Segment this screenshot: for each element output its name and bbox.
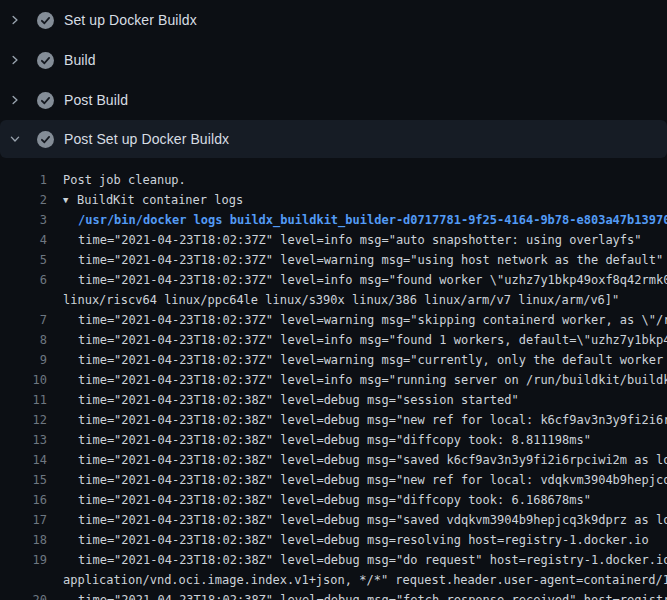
log-line-text: time="2021-04-23T18:02:37Z" level=info m… <box>78 230 642 250</box>
line-number[interactable] <box>0 570 47 590</box>
line-number[interactable]: 20 <box>0 590 47 600</box>
log-line-text: time="2021-04-23T18:02:38Z" level=debug … <box>78 450 667 470</box>
line-number[interactable]: 1 <box>0 170 47 190</box>
log-line-text: Post job cleanup. <box>63 170 186 190</box>
log-line: 1 Post job cleanup. <box>0 170 667 190</box>
line-number[interactable]: 11 <box>0 390 47 410</box>
step-label: Build <box>64 52 96 68</box>
log-line: 17 time="2021-04-23T18:02:38Z" level=deb… <box>0 510 667 530</box>
line-number[interactable]: 7 <box>0 310 47 330</box>
log-area: 1 Post job cleanup. 2 ▼ BuildKit contain… <box>0 158 667 600</box>
group-caret-icon[interactable]: ▼ <box>63 190 77 210</box>
line-number[interactable]: 4 <box>0 230 47 250</box>
chevron-right-icon <box>9 14 21 26</box>
chevron-down-icon <box>9 133 21 145</box>
step-row-set-up-docker-buildx[interactable]: Set up Docker Buildx <box>0 0 667 40</box>
line-number[interactable]: 18 <box>0 530 47 550</box>
chevron-right-icon <box>9 54 21 66</box>
log-line-text: time="2021-04-23T18:02:38Z" level=debug … <box>78 470 667 490</box>
step-row-post-set-up-docker-buildx[interactable]: Post Set up Docker Buildx <box>0 120 667 158</box>
line-number[interactable]: 19 <box>0 550 47 570</box>
log-line: 14 time="2021-04-23T18:02:38Z" level=deb… <box>0 450 667 470</box>
log-line: 2 ▼ BuildKit container logs <box>0 190 667 210</box>
step-label: Post Set up Docker Buildx <box>64 131 229 147</box>
line-number[interactable] <box>0 290 47 310</box>
check-circle-icon <box>37 12 54 29</box>
step-label: Set up Docker Buildx <box>64 12 197 28</box>
log-line: 15 time="2021-04-23T18:02:38Z" level=deb… <box>0 470 667 490</box>
log-line-text: time="2021-04-23T18:02:38Z" level=debug … <box>78 390 519 410</box>
line-number[interactable]: 13 <box>0 430 47 450</box>
log-line: 4 time="2021-04-23T18:02:37Z" level=info… <box>0 230 667 250</box>
step-row-build[interactable]: Build <box>0 40 667 80</box>
log-line-text: /usr/bin/docker logs buildx_buildkit_bui… <box>78 210 667 230</box>
log-line-text: time="2021-04-23T18:02:38Z" level=debug … <box>78 550 667 570</box>
check-circle-icon <box>37 52 54 69</box>
line-number[interactable]: 3 <box>0 210 47 230</box>
log-line-text: time="2021-04-23T18:02:38Z" level=debug … <box>78 490 591 510</box>
log-line-text: time="2021-04-23T18:02:38Z" level=debug … <box>78 430 591 450</box>
line-number[interactable]: 16 <box>0 490 47 510</box>
log-line: 12 time="2021-04-23T18:02:38Z" level=deb… <box>0 410 667 430</box>
log-line: 13 time="2021-04-23T18:02:38Z" level=deb… <box>0 430 667 450</box>
log-line: 20 time="2021-04-23T18:02:38Z" level=deb… <box>0 590 667 600</box>
log-line-text[interactable]: BuildKit container logs <box>77 190 243 210</box>
log-line: application/vnd.oci.image.index.v1+json,… <box>0 570 667 590</box>
log-line: 3 /usr/bin/docker logs buildx_buildkit_b… <box>0 210 667 230</box>
line-number[interactable]: 12 <box>0 410 47 430</box>
line-number[interactable]: 14 <box>0 450 47 470</box>
log-line: 10 time="2021-04-23T18:02:37Z" level=inf… <box>0 370 667 390</box>
log-line: 5 time="2021-04-23T18:02:37Z" level=warn… <box>0 250 667 270</box>
line-number[interactable]: 8 <box>0 330 47 350</box>
check-circle-icon <box>37 131 54 148</box>
line-number[interactable]: 15 <box>0 470 47 490</box>
step-label: Post Build <box>64 92 128 108</box>
log-line-text: time="2021-04-23T18:02:38Z" level=debug … <box>78 590 667 600</box>
chevron-right-icon <box>9 94 21 106</box>
line-number[interactable]: 2 <box>0 190 47 210</box>
log-line: 19 time="2021-04-23T18:02:38Z" level=deb… <box>0 550 667 570</box>
log-line-text: application/vnd.oci.image.index.v1+json,… <box>63 570 667 590</box>
steps-list: Set up Docker Buildx Build <box>0 0 667 158</box>
log-line-text: time="2021-04-23T18:02:37Z" level=warnin… <box>78 350 667 370</box>
log-line-text: time="2021-04-23T18:02:37Z" level=warnin… <box>78 250 663 270</box>
log-line: 18 time="2021-04-23T18:02:38Z" level=deb… <box>0 530 667 550</box>
line-number[interactable]: 6 <box>0 270 47 290</box>
log-line-text: time="2021-04-23T18:02:38Z" level=debug … <box>78 510 667 530</box>
log-line-text: time="2021-04-23T18:02:38Z" level=debug … <box>78 410 667 430</box>
log-line: 7 time="2021-04-23T18:02:37Z" level=warn… <box>0 310 667 330</box>
log-line-text: time="2021-04-23T18:02:37Z" level=info m… <box>78 270 667 290</box>
log-line: linux/riscv64 linux/ppc64le linux/s390x … <box>0 290 667 310</box>
log-line-text: time="2021-04-23T18:02:37Z" level=info m… <box>78 370 667 390</box>
line-number[interactable]: 17 <box>0 510 47 530</box>
line-number[interactable]: 10 <box>0 370 47 390</box>
log-line-text: time="2021-04-23T18:02:38Z" level=debug … <box>78 530 649 550</box>
log-line: 8 time="2021-04-23T18:02:37Z" level=info… <box>0 330 667 350</box>
log-line: 6 time="2021-04-23T18:02:37Z" level=info… <box>0 270 667 290</box>
log-line: 9 time="2021-04-23T18:02:37Z" level=warn… <box>0 350 667 370</box>
log-line-text: time="2021-04-23T18:02:37Z" level=warnin… <box>78 310 667 330</box>
log-line-text: time="2021-04-23T18:02:37Z" level=info m… <box>78 330 667 350</box>
line-number[interactable]: 9 <box>0 350 47 370</box>
log-line-text: linux/riscv64 linux/ppc64le linux/s390x … <box>63 290 619 310</box>
line-number[interactable]: 5 <box>0 250 47 270</box>
check-circle-icon <box>37 92 54 109</box>
step-row-post-build[interactable]: Post Build <box>0 80 667 120</box>
log-line: 11 time="2021-04-23T18:02:38Z" level=deb… <box>0 390 667 410</box>
log-line: 16 time="2021-04-23T18:02:38Z" level=deb… <box>0 490 667 510</box>
